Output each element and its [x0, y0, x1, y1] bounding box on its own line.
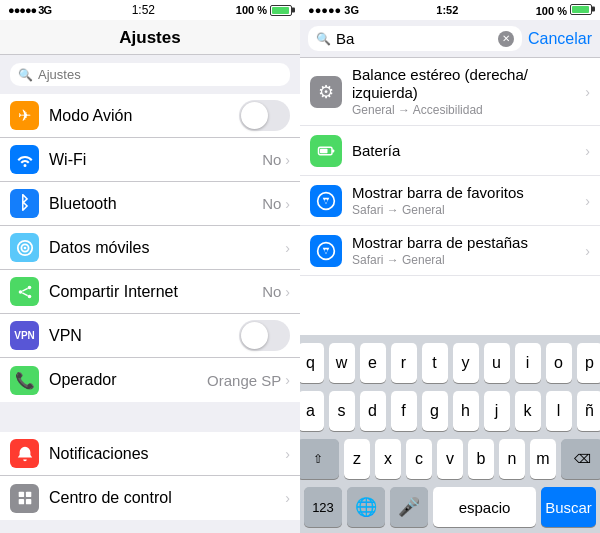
bluetooth-chevron: › [285, 196, 290, 212]
cancel-button[interactable]: Cancelar [528, 30, 592, 48]
key-a[interactable]: a [300, 391, 324, 431]
search-input[interactable] [38, 67, 282, 82]
compartir-icon [10, 277, 39, 306]
key-t[interactable]: t [422, 343, 448, 383]
right-time: 1:52 [436, 4, 458, 16]
key-b[interactable]: b [468, 439, 494, 479]
key-n[interactable]: n [499, 439, 525, 479]
vpn-icon: VPN [10, 321, 39, 350]
key-s[interactable]: s [329, 391, 355, 431]
clear-button[interactable]: ✕ [498, 31, 514, 47]
balance-chevron: › [585, 84, 590, 100]
key-globe[interactable]: 🌐 [347, 487, 385, 527]
search-input-wrap[interactable]: 🔍 [10, 63, 290, 86]
right-battery: 100 % [536, 4, 592, 17]
left-time: 1:52 [132, 3, 155, 17]
keyboard-row-1: q w e r t y u i o p [304, 343, 596, 383]
key-q[interactable]: q [300, 343, 324, 383]
barra-favoritos-chevron: › [585, 193, 590, 209]
modo-avion-toggle[interactable] [239, 100, 290, 131]
compartir-label: Compartir Internet [49, 283, 262, 301]
modo-avion-icon: ✈ [10, 101, 39, 130]
barra-favoritos-subtitle: Safari → General [352, 203, 585, 217]
sidebar-item-wifi[interactable]: Wi-Fi No › [0, 138, 300, 182]
key-k[interactable]: k [515, 391, 541, 431]
key-x[interactable]: x [375, 439, 401, 479]
balance-icon: ⚙ [310, 76, 342, 108]
key-j[interactable]: j [484, 391, 510, 431]
right-search-input[interactable] [336, 30, 493, 47]
key-l[interactable]: l [546, 391, 572, 431]
sidebar-item-vpn[interactable]: VPN VPN [0, 314, 300, 358]
key-m[interactable]: m [530, 439, 556, 479]
key-p[interactable]: p [577, 343, 601, 383]
notificaciones-label: Notificaciones [49, 445, 285, 463]
keyboard: q w e r t y u i o p a s d f g h j k l ñ … [300, 335, 600, 533]
left-signal: ●●●●● 3G [8, 4, 51, 16]
key-y[interactable]: y [453, 343, 479, 383]
search-icon: 🔍 [18, 68, 33, 82]
svg-rect-8 [18, 492, 23, 497]
barra-favoritos-title: Mostrar barra de favoritos [352, 184, 585, 202]
key-w[interactable]: w [329, 343, 355, 383]
svg-point-2 [23, 246, 26, 249]
key-f[interactable]: f [391, 391, 417, 431]
result-bateria[interactable]: Batería › [300, 126, 600, 176]
shift-key[interactable]: ⇧ [300, 439, 339, 479]
right-search-icon: 🔍 [316, 32, 331, 46]
svg-line-7 [22, 292, 27, 295]
left-header: Ajustes [0, 20, 300, 55]
vpn-toggle[interactable] [239, 320, 290, 351]
key-n-tilde[interactable]: ñ [577, 391, 601, 431]
key-c[interactable]: c [406, 439, 432, 479]
key-buscar[interactable]: Buscar [541, 487, 596, 527]
key-123[interactable]: 123 [304, 487, 342, 527]
key-g[interactable]: g [422, 391, 448, 431]
wifi-icon [10, 145, 39, 174]
svg-point-18 [324, 249, 327, 252]
right-battery-fill [572, 6, 589, 13]
key-e[interactable]: e [360, 343, 386, 383]
result-barra-pestanas[interactable]: Mostrar barra de pestañas Safari → Gener… [300, 226, 600, 276]
right-battery-icon [570, 4, 592, 15]
key-i[interactable]: i [515, 343, 541, 383]
barra-pestanas-text: Mostrar barra de pestañas Safari → Gener… [352, 234, 585, 267]
bateria-icon [310, 135, 342, 167]
key-o[interactable]: o [546, 343, 572, 383]
key-mic[interactable]: 🎤 [390, 487, 428, 527]
barra-pestanas-chevron: › [585, 243, 590, 259]
operador-label: Operador [49, 371, 207, 389]
sidebar-item-bluetooth[interactable]: ᛒ Bluetooth No › [0, 182, 300, 226]
key-v[interactable]: v [437, 439, 463, 479]
key-space[interactable]: espacio [433, 487, 536, 527]
backspace-key[interactable]: ⌫ [561, 439, 600, 479]
wifi-chevron: › [285, 152, 290, 168]
settings-list: ✈ Modo Avión Wi-Fi No › ᛒ [0, 94, 300, 533]
network-section: ✈ Modo Avión Wi-Fi No › ᛒ [0, 94, 300, 402]
key-r[interactable]: r [391, 343, 417, 383]
svg-rect-10 [18, 499, 23, 504]
sidebar-item-notificaciones[interactable]: Notificaciones › [0, 432, 300, 476]
key-u[interactable]: u [484, 343, 510, 383]
result-balance[interactable]: ⚙ Balance estéreo (derecha/ izquierda) G… [300, 58, 600, 126]
result-barra-favoritos[interactable]: Mostrar barra de favoritos Safari → Gene… [300, 176, 600, 226]
bluetooth-value: No [262, 195, 281, 212]
right-search-input-wrap[interactable]: 🔍 ✕ [308, 26, 522, 51]
key-d[interactable]: d [360, 391, 386, 431]
svg-rect-11 [25, 499, 30, 504]
sidebar-item-datos[interactable]: Datos móviles › [0, 226, 300, 270]
svg-rect-9 [25, 492, 30, 497]
balance-title: Balance estéreo (derecha/ izquierda) [352, 66, 585, 102]
sidebar-item-modo-avion[interactable]: ✈ Modo Avión [0, 94, 300, 138]
datos-label: Datos móviles [49, 239, 285, 257]
key-z[interactable]: z [344, 439, 370, 479]
svg-point-5 [27, 294, 31, 298]
sidebar-item-centro-control[interactable]: Centro de control › [0, 476, 300, 520]
right-search-bar: 🔍 ✕ Cancelar [300, 20, 600, 58]
battery-fill [272, 7, 289, 14]
sidebar-item-compartir[interactable]: Compartir Internet No › [0, 270, 300, 314]
sidebar-item-operador[interactable]: 📞 Operador Orange SP › [0, 358, 300, 402]
keyboard-row-3: ⇧ z x c v b n m ⌫ [304, 439, 596, 479]
svg-rect-13 [320, 148, 328, 153]
key-h[interactable]: h [453, 391, 479, 431]
